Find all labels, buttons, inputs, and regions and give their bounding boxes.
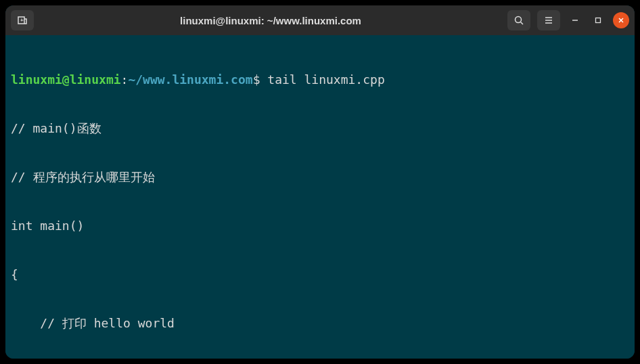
command-1: tail linuxmi.cpp bbox=[267, 72, 384, 87]
new-tab-icon bbox=[17, 15, 28, 26]
minimize-icon bbox=[572, 17, 578, 24]
svg-rect-3 bbox=[596, 18, 601, 23]
search-button[interactable] bbox=[507, 10, 530, 30]
svg-line-1 bbox=[521, 22, 524, 25]
titlebar: linuxmi@linuxmi: ~/www.linuxmi.com bbox=[5, 5, 635, 35]
prompt-user: linuxmi@linuxmi bbox=[11, 72, 121, 87]
close-icon bbox=[618, 17, 624, 24]
search-icon bbox=[513, 15, 524, 26]
close-button[interactable] bbox=[613, 12, 629, 28]
prompt-colon: : bbox=[121, 72, 129, 87]
new-tab-button[interactable] bbox=[11, 10, 34, 30]
window-title: linuxmi@linuxmi: ~/www.linuxmi.com bbox=[39, 15, 502, 26]
output-line: int main() bbox=[11, 218, 629, 234]
minimize-button[interactable] bbox=[567, 12, 583, 28]
terminal-window: linuxmi@linuxmi: ~/www.linuxmi.com linux… bbox=[5, 5, 635, 359]
output-line: { bbox=[11, 267, 629, 283]
hamburger-icon bbox=[543, 15, 554, 26]
prompt-line-1: linuxmi@linuxmi:~/www.linuxmi.com$ tail … bbox=[11, 72, 629, 88]
svg-point-0 bbox=[516, 17, 522, 23]
menu-button[interactable] bbox=[537, 10, 560, 30]
output-line: // main()函数 bbox=[11, 120, 629, 137]
prompt-path: ~/www.linuxmi.com bbox=[128, 72, 252, 87]
prompt-dollar: $ bbox=[253, 72, 268, 87]
maximize-icon bbox=[595, 17, 601, 24]
terminal-body[interactable]: linuxmi@linuxmi:~/www.linuxmi.com$ tail … bbox=[5, 35, 635, 359]
output-line: // 打印 hello world bbox=[11, 315, 629, 332]
maximize-button[interactable] bbox=[590, 12, 606, 28]
output-line: // 程序的执行从哪里开始 bbox=[11, 169, 629, 185]
